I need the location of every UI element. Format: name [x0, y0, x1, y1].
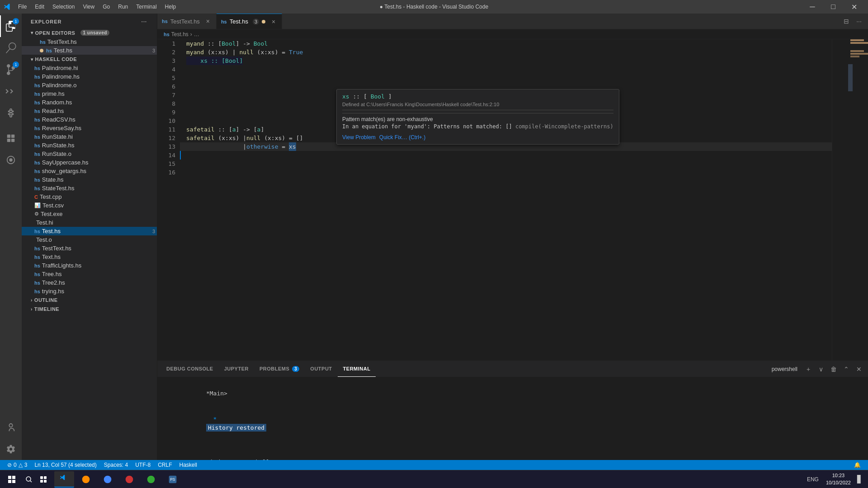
file-runstate-o[interactable]: hsRunState.o: [22, 150, 157, 158]
quick-fix-link[interactable]: Quick Fix… (Ctrl+.): [379, 134, 425, 141]
code-content[interactable]: myand :: [ Bool ] -> Bool myand (x:xs) |…: [180, 39, 832, 361]
menu-terminal[interactable]: Terminal: [132, 3, 160, 11]
minimize-button[interactable]: ─: [802, 0, 823, 14]
file-runstate-hs[interactable]: hsRunState.hs: [22, 141, 157, 150]
bell-icon: 🔔: [854, 462, 861, 468]
file-test-hs[interactable]: hs Test.hs 3: [22, 227, 157, 235]
panel-tab-output[interactable]: OUTPUT: [305, 361, 337, 377]
close-panel-button[interactable]: ✕: [854, 364, 864, 375]
taskbar-app3[interactable]: [98, 471, 118, 488]
popup-divider: [342, 110, 613, 110]
start-button[interactable]: [2, 472, 22, 487]
file-palindrome-o[interactable]: hsPalindrome.o: [22, 81, 157, 89]
more-actions-button[interactable]: ···: [854, 16, 864, 27]
outline-header[interactable]: › OUTLINE: [22, 296, 157, 305]
systray-language[interactable]: ENG: [804, 471, 821, 488]
filename: Test.hs: [42, 228, 61, 235]
tab-testtext[interactable]: hs TestText.hs ×: [157, 14, 217, 29]
activity-run[interactable]: [0, 80, 22, 102]
breadcrumb-file[interactable]: Test.hs: [171, 31, 189, 38]
file-test-exe[interactable]: ⚙Test.exe: [22, 210, 157, 218]
file-show-getargs[interactable]: hsshow_getargs.hs: [22, 167, 157, 175]
status-language[interactable]: Haskell: [176, 460, 201, 470]
activity-gitlens[interactable]: [0, 149, 22, 171]
breadcrumb-dots[interactable]: …: [194, 31, 199, 38]
file-test-o[interactable]: Test.o: [22, 235, 157, 244]
file-reversesay[interactable]: hsReverseSay.hs: [22, 124, 157, 132]
haskell-code-header[interactable]: ▾ HASKELL CODE: [22, 55, 157, 64]
menu-file[interactable]: File: [14, 3, 30, 11]
file-statetest[interactable]: hsStateTest.hs: [22, 184, 157, 192]
activity-explorer[interactable]: 1: [0, 15, 22, 37]
file-runstate-hi[interactable]: hsRunState.hi: [22, 132, 157, 141]
menu-go[interactable]: Go: [99, 3, 113, 11]
status-encoding[interactable]: UTF-8: [132, 460, 154, 470]
menu-help[interactable]: Help: [161, 3, 180, 11]
panel-tab-debug-console[interactable]: DEBUG CONSOLE: [161, 361, 219, 377]
status-eol[interactable]: CRLF: [154, 460, 175, 470]
file-prime[interactable]: hsprime.hs: [22, 89, 157, 98]
taskbar-vscode[interactable]: [54, 471, 74, 488]
terminal-dropdown-button[interactable]: ∨: [816, 364, 826, 375]
file-trying[interactable]: hstrying.hs: [22, 287, 157, 296]
tab-close-button[interactable]: ×: [204, 18, 212, 25]
menu-edit[interactable]: Edit: [31, 3, 48, 11]
file-testtext[interactable]: hsTestText.hs: [22, 244, 157, 253]
menu-view[interactable]: View: [79, 3, 98, 11]
taskbar-app2[interactable]: [76, 471, 96, 488]
file-trafficlights[interactable]: hsTrafficLights.hs: [22, 261, 157, 270]
open-editor-testtext[interactable]: hs TestText.hs: [22, 38, 157, 46]
status-notifications[interactable]: 🔔: [850, 460, 864, 470]
show-desktop-button[interactable]: ▋: [855, 471, 864, 488]
status-errors[interactable]: ⊘ 0 △ 3: [4, 460, 31, 470]
panel-tab-problems[interactable]: PROBLEMS 3: [254, 361, 305, 377]
tab-close-active-button[interactable]: ×: [270, 18, 277, 25]
search-taskbar-button[interactable]: [22, 472, 36, 487]
menu-run[interactable]: Run: [114, 3, 132, 11]
trash-terminal-button[interactable]: 🗑: [828, 364, 839, 375]
new-terminal-button[interactable]: +: [803, 364, 814, 375]
menu-selection[interactable]: Selection: [49, 3, 78, 11]
maximize-button[interactable]: □: [823, 0, 844, 14]
maximize-panel-button[interactable]: ⌃: [841, 364, 852, 375]
file-read[interactable]: hsRead.hs: [22, 107, 157, 115]
file-test-cpp[interactable]: CTest.cpp: [22, 192, 157, 201]
taskbar-powershell[interactable]: PS: [163, 471, 183, 488]
activity-source-control[interactable]: 1: [0, 59, 22, 80]
taskbar-app4[interactable]: [119, 471, 139, 488]
file-state[interactable]: hsState.hs: [22, 175, 157, 184]
taskbar-app5[interactable]: [141, 471, 161, 488]
file-tree[interactable]: hsTree.hs: [22, 270, 157, 278]
status-position[interactable]: Ln 13, Col 57 (4 selected): [31, 460, 100, 470]
panel-tab-label: DEBUG CONSOLE: [166, 366, 213, 371]
activity-remote[interactable]: [0, 127, 22, 149]
task-view-button[interactable]: [36, 472, 51, 487]
file-sayuppercase[interactable]: hsSayUppercase.hs: [22, 158, 157, 167]
activity-accounts[interactable]: [0, 417, 22, 438]
activity-search[interactable]: [0, 37, 22, 59]
view-problem-link[interactable]: View Problem: [342, 134, 376, 141]
file-test-csv[interactable]: 📊Test.csv: [22, 201, 157, 210]
split-editor-button[interactable]: ⊟: [841, 16, 852, 27]
close-button[interactable]: ✕: [844, 0, 864, 14]
systray-clock[interactable]: 10:23 10/10/2022: [823, 471, 854, 488]
panel-tab-jupyter[interactable]: JUPYTER: [219, 361, 254, 377]
activity-extensions[interactable]: [0, 102, 22, 124]
activity-settings[interactable]: [0, 438, 22, 460]
file-test-hi[interactable]: Test.hi: [22, 218, 157, 227]
terminal-content[interactable]: *Main> * History restored Windows PowerS…: [157, 377, 868, 460]
code-editor[interactable]: 1 2 3 4 5 6 7 8 9 10 11 12 13 14 15 16: [157, 39, 868, 361]
open-editor-test[interactable]: hs Test.hs 3: [22, 46, 157, 55]
sidebar-more-button[interactable]: ···: [141, 18, 148, 25]
open-editors-header[interactable]: ▾ OPEN EDITORS 1 unsaved: [22, 28, 157, 38]
file-palindrome-hi[interactable]: hsPalindrome.hi: [22, 64, 157, 72]
timeline-header[interactable]: › TIMELINE: [22, 305, 157, 314]
tab-test[interactable]: hs Test.hs 3 ×: [217, 14, 282, 29]
file-tree2[interactable]: hsTree2.hs: [22, 278, 157, 287]
status-spaces[interactable]: Spaces: 4: [100, 460, 132, 470]
file-random[interactable]: hsRandom.hs: [22, 98, 157, 107]
file-palindrome-hs[interactable]: hsPalindrome.hs: [22, 72, 157, 81]
file-readcsv[interactable]: hsReadCSV.hs: [22, 115, 157, 124]
file-text[interactable]: hsText.hs: [22, 253, 157, 261]
panel-tab-terminal[interactable]: TERMINAL: [338, 361, 376, 377]
